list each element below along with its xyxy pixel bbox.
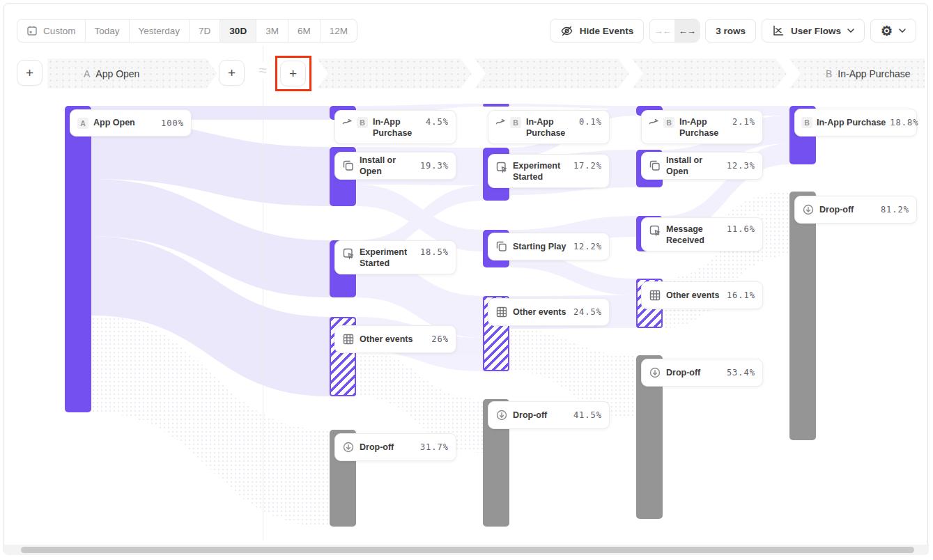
steps-divider-line [263,46,263,540]
arrow-down-circle-icon [649,366,661,379]
node-bar-inapp-purchase[interactable] [483,104,509,107]
date-range-custom[interactable]: Custom [17,20,86,42]
chevron-down-icon [899,29,906,33]
date-range-yesterday[interactable]: Yesterday [130,20,190,42]
step-letter: B [826,68,832,79]
node-card-other-events[interactable]: Other events 26% [334,325,456,353]
add-step-before-button[interactable]: + [17,60,43,86]
arrow-down-circle-icon [495,409,508,421]
node-card-inapp-purchase[interactable]: B In-App Purchase 2.1% [641,110,763,144]
node-card-dropoff[interactable]: Drop-off 53.4% [641,359,763,387]
toolbar: Custom Today Yesterday 7D 30D 3M 6M 12M … [17,19,916,42]
add-step-middle-button[interactable]: + [219,60,245,86]
node-card-experiment-started[interactable]: Experiment Started 18.5% [334,240,456,274]
continue-arrow-icon [649,117,658,127]
horizontal-scrollbar-thumb[interactable] [21,547,914,553]
node-bar-app-open[interactable] [65,106,91,412]
letter-badge: B [510,117,521,128]
node-card-other-events[interactable]: Other events 16.1% [641,281,763,309]
window-icon [342,160,355,172]
date-range-label: Custom [43,26,76,36]
date-range-7d[interactable]: 7D [190,20,220,42]
node-card-experiment-started[interactable]: Experiment Started 17.2% [488,154,610,188]
node-card-inapp-purchase[interactable]: B In-App Purchase 0.1% [488,110,610,144]
arrow-down-circle-icon [802,203,815,216]
collapse-arrows-icon: →← [654,26,671,36]
chevron-down-icon [847,29,854,33]
date-range-6m[interactable]: 6M [288,20,321,42]
step-band-segment-1 [317,59,472,88]
click-icon [495,161,508,173]
grid-icon [342,333,355,345]
continue-arrow-icon [495,117,505,127]
date-range-selector: Custom Today Yesterday 7D 30D 3M 6M 12M [17,19,357,42]
node-card-inapp-purchase[interactable]: B In-App Purchase 4.5% [334,110,456,144]
rows-button[interactable]: 3 rows [705,19,756,42]
flows-chart-icon [772,24,785,37]
click-icon [649,224,661,237]
grid-icon [495,306,508,318]
node-card-install-or-open[interactable]: Install or Open 19.3% [334,152,456,180]
window-icon [649,160,661,172]
date-range-30d[interactable]: 30D [220,20,256,42]
node-card-dropoff[interactable]: Drop-off 31.7% [334,433,456,461]
letter-badge: A [77,118,88,129]
settings-dropdown[interactable]: ⚙ [870,19,916,42]
column-width-toggle: →← ←→ [649,19,700,42]
node-card-message-received[interactable]: Message Received 11.6% [641,217,763,251]
hide-events-button[interactable]: Hide Events [550,19,644,42]
expand-columns-button[interactable]: ←→ [674,20,699,42]
node-card-app-open[interactable]: A App Open 100% [70,109,192,137]
node-card-dropoff[interactable]: Drop-off 81.2% [794,196,917,224]
eye-off-icon [560,24,573,38]
node-card-starting-play[interactable]: Starting Play 12.2% [488,233,610,260]
toolbar-right-group: Hide Events →← ←→ 3 rows User Flows [550,19,916,42]
horizontal-scrollbar-track[interactable] [4,545,929,555]
step-letter: A [84,68,90,79]
step-band-segment-2 [475,59,629,88]
date-range-3m[interactable]: 3M [256,20,288,42]
view-selector-dropdown[interactable]: User Flows [762,19,865,42]
expand-arrows-icon: ←→ [679,26,695,36]
letter-badge: B [801,117,812,128]
grid-icon [649,289,661,302]
continue-arrow-icon [342,117,352,127]
node-card-dropoff[interactable]: Drop-off 41.5% [488,401,610,429]
step-band-start[interactable]: A App Open [47,59,217,88]
letter-badge: B [663,117,674,128]
approx-divider-icon: ≈ [254,62,272,79]
step-band-segment-3 [632,59,787,88]
letter-badge: B [357,117,368,128]
node-card-inapp-purchase[interactable]: B In-App Purchase 18.8% [794,109,917,137]
node-card-install-or-open[interactable]: Install or Open 12.3% [641,152,763,180]
end-step-label: B In-App Purchase [789,68,911,79]
window-icon [495,240,508,253]
collapse-columns-button[interactable]: →← [650,20,674,42]
arrow-down-circle-icon [342,441,355,453]
click-icon [342,247,355,260]
user-flows-screen: Custom Today Yesterday 7D 30D 3M 6M 12M … [0,0,933,560]
node-card-other-events[interactable]: Other events 24.5% [488,298,610,326]
annotation-highlight-box [275,56,311,91]
date-range-12m[interactable]: 12M [321,20,357,42]
node-bar-dropoff[interactable] [789,192,816,440]
calendar-icon [26,25,38,36]
step-band-end[interactable]: B In-App Purchase [789,59,925,88]
gear-icon: ⚙ [881,24,893,38]
start-step-label: A App Open [47,68,139,79]
date-range-today[interactable]: Today [86,20,130,42]
